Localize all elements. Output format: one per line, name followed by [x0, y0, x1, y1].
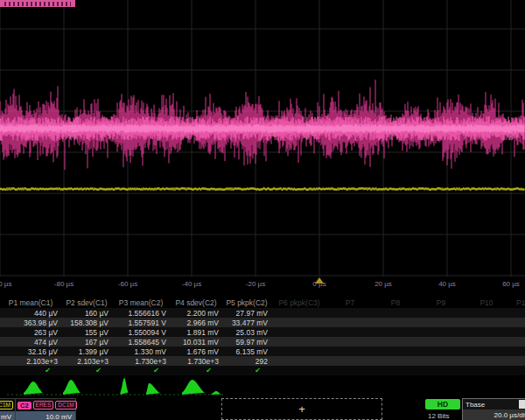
histicon-shape	[146, 383, 160, 395]
measure-histicon-row	[0, 375, 525, 398]
timebase-label: Tbase	[466, 401, 485, 409]
measure-status-check-icon: ✔	[0, 367, 61, 374]
time-tick-label: -40 µs	[182, 280, 201, 288]
hd-mode-badge[interactable]: HD	[425, 399, 460, 410]
time-tick-label: -20 µs	[246, 280, 265, 288]
measure-cell: 6.135 mV	[222, 347, 271, 356]
c2-coupling-badge: DC1M	[55, 401, 76, 410]
time-axis: -100 µs-80 µs-60 µs-40 µs-20 µs0 µs20 µs…	[0, 276, 525, 298]
waveform-plot	[0, 0, 525, 276]
timebase-value: 20.0 µs/div	[463, 410, 525, 420]
oscilloscope-screen: -100 µs-80 µs-60 µs-40 µs-20 µs0 µs20 µs…	[0, 0, 525, 420]
measure-column-header[interactable]: P2 sdev(C1)	[61, 298, 112, 307]
measure-column-header[interactable]: P5 pkpk(C2)	[222, 298, 271, 307]
histicon-shape	[211, 391, 221, 395]
measure-cell: 363.98 µV	[0, 318, 61, 327]
measure-column-header[interactable]: P7	[327, 298, 373, 307]
measure-cell: 158.308 µV	[61, 318, 112, 327]
time-tick-label: 60 µs	[502, 280, 520, 288]
measure-cell: 474 µV	[0, 338, 61, 346]
measure-cell: 25.03 mV	[222, 328, 271, 337]
measure-cell: 167 µV	[61, 338, 112, 346]
c1-waveform	[0, 187, 524, 191]
measure-cell: 33.477 mV	[222, 318, 271, 327]
measure-column-header[interactable]: P4 sdev(C2)	[170, 298, 222, 307]
measure-cell: 1.557591 V	[112, 318, 170, 327]
time-tick-label: 40 µs	[438, 280, 456, 288]
measure-status-check-icon: ✔	[222, 367, 271, 374]
measure-cell: 2.103e+3	[0, 357, 61, 366]
measure-column-header[interactable]: P9	[418, 298, 464, 307]
histicon-shape	[63, 380, 80, 395]
time-tick-label: 0 µs	[312, 280, 326, 288]
measure-cell: 59.97 mV	[222, 338, 271, 346]
c2-eres-badge: ERES	[33, 401, 54, 410]
time-tick-label: -100 µs	[0, 280, 11, 288]
measure-cell: 155 µV	[61, 328, 112, 337]
measure-table: P1 mean(C1)P2 sdev(C1)P3 mean(C2)P4 sdev…	[0, 298, 525, 375]
hd-bits-label: 12 Bits	[428, 412, 449, 420]
trace-label-text-fragment	[4, 2, 71, 6]
measure-cell: 27.97 mV	[222, 309, 271, 318]
measure-cell: 1.550094 V	[112, 328, 170, 337]
measure-column-header[interactable]: P8	[373, 298, 418, 307]
waveform-grid[interactable]	[0, 0, 525, 276]
add-trace-button[interactable]: +	[221, 398, 382, 420]
c1-coupling-badge: DC1M	[0, 401, 13, 410]
time-tick-label: -80 µs	[54, 280, 74, 288]
measure-column-header[interactable]: P10	[464, 298, 509, 307]
measure-status-check-icon: ✔	[112, 367, 170, 374]
channel-descriptor-c1[interactable]: DC1M 10.0 mV	[0, 398, 16, 420]
measure-cell: 2.200 mV	[170, 309, 222, 318]
trace-label-clipped[interactable]	[0, 0, 75, 7]
channel-descriptor-c2[interactable]: C2 ERES DC1M 10.0 mV	[15, 398, 76, 420]
measure-status-check-icon: ✔	[170, 367, 222, 374]
histicon-shape	[121, 378, 129, 395]
measure-cell: 1.330 mV	[112, 347, 170, 356]
plus-icon: +	[298, 402, 305, 416]
measure-cell: 1.891 mV	[170, 328, 222, 337]
timebase-descriptor[interactable]: Tbase 20.0 µs/div	[462, 398, 525, 420]
measure-cell: 160 µV	[61, 309, 112, 318]
histicon-shape	[24, 382, 43, 395]
c2-vertical-scale: 10.0 mV	[16, 411, 75, 420]
measure-cell: 10.031 mV	[170, 338, 222, 346]
measure-cell: 1.676 mV	[170, 347, 222, 356]
c1-vertical-scale: 10.0 mV	[0, 411, 15, 420]
measure-column-header[interactable]: P3 mean(C2)	[112, 298, 170, 307]
measure-cell: 263 µV	[0, 328, 61, 337]
measure-cell: 1.730e+3	[112, 357, 170, 366]
measure-column-header[interactable]: P11	[509, 298, 525, 307]
measure-column-header[interactable]: P1 mean(C1)	[0, 298, 61, 307]
c2-channel-name: C2	[18, 402, 32, 410]
measure-cell: 1.556616 V	[112, 309, 170, 318]
time-tick-label: -60 µs	[118, 280, 137, 288]
measure-cell: 440 µV	[0, 309, 61, 318]
measure-cell: 1.399 µV	[61, 347, 112, 356]
descriptor-bar: DC1M 10.0 mV C2 ERES DC1M 10.0 mV + HD 1…	[0, 398, 525, 420]
measure-cell: 1.730e+3	[170, 357, 222, 366]
measure-cell: 2.103e+3	[61, 357, 112, 366]
measure-cell: 32.16 µV	[0, 347, 61, 356]
measure-cell: 292	[222, 357, 271, 366]
measure-column-header[interactable]: P6 pkpk(C3)	[271, 298, 327, 307]
measure-cell: 2.966 mV	[170, 318, 222, 327]
time-tick-label: 20 µs	[374, 280, 392, 288]
histicon-shape	[182, 380, 205, 395]
measure-histicons	[0, 375, 525, 398]
measure-cell: 1.558645 V	[112, 338, 170, 346]
clipped-white-element	[519, 400, 525, 409]
measure-status-check-icon: ✔	[61, 367, 112, 374]
